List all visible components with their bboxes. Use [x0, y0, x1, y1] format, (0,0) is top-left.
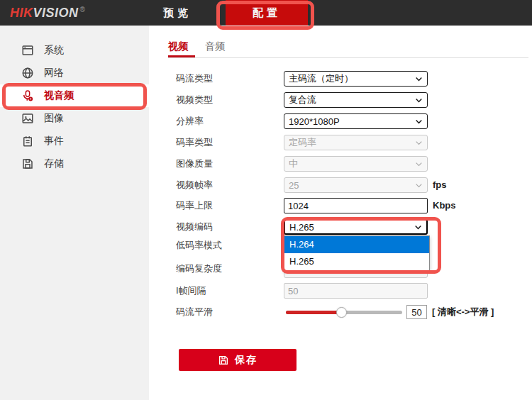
hikvision-logo: HIKVISION® [10, 0, 85, 26]
row-video-encoding: 视频编码 H.265 [149, 219, 532, 235]
stream-type-value: 主码流（定时） [289, 72, 353, 85]
sidebar-item-image[interactable]: 图像 [0, 107, 149, 130]
resolution-select[interactable]: 1920*1080P [284, 113, 428, 129]
logo-hik: HIK [10, 6, 33, 21]
network-globe-icon [21, 67, 34, 79]
dropdown-option-h265[interactable]: H.265 [284, 253, 429, 270]
frame-rate-select: 25 [284, 177, 428, 193]
row-resolution: 分辨率 1920*1080P [149, 113, 532, 129]
content-panel: 视频 音频 码流类型 主码流（定时） 视频类型 复合流 分辨率 1920*108… [149, 26, 532, 400]
i-frame-interval-input [284, 283, 428, 299]
chevron-down-icon [414, 160, 423, 169]
chevron-down-icon [414, 117, 423, 126]
row-video-type: 视频类型 复合流 [149, 92, 532, 108]
audio-video-mic-icon [21, 89, 34, 102]
sidebar-item-storage[interactable]: 存储 [0, 152, 149, 175]
registered-mark: ® [80, 6, 86, 13]
topbar: HIKVISION® 预览 配置 [0, 0, 532, 26]
stream-smoothing-value-input[interactable] [406, 305, 427, 319]
hikvision-web-config-screen: HIKVISION® 预览 配置 系统 网络 [0, 0, 532, 400]
sidebar-item-label: 网络 [44, 67, 64, 79]
tab-divider [168, 57, 528, 58]
max-bitrate-unit: Kbps [433, 198, 456, 213]
chevron-down-icon [414, 96, 423, 105]
resolution-label: 分辨率 [176, 113, 204, 129]
row-frame-rate: 视频帧率 25 fps [149, 177, 532, 193]
video-encoding-dropdown: H.264 H.265 [284, 235, 430, 271]
max-bitrate-label: 码率上限 [176, 198, 213, 213]
image-quality-value: 中 [289, 157, 298, 170]
save-button[interactable]: 保存 [179, 349, 297, 371]
bitrate-type-value: 定码率 [289, 136, 316, 149]
sidebar-item-network[interactable]: 网络 [0, 62, 149, 84]
video-encoding-value: H.265 [289, 222, 314, 233]
stream-type-select[interactable]: 主码流（定时） [284, 71, 428, 87]
resolution-value: 1920*1080P [289, 116, 340, 127]
bitrate-type-label: 码率类型 [176, 135, 213, 150]
sidebar-item-label: 图像 [44, 112, 64, 125]
tab-video[interactable]: 视频 [168, 39, 188, 53]
row-max-bitrate: 码率上限 Kbps [149, 198, 532, 213]
sidebar-item-label: 事件 [44, 135, 64, 148]
chevron-down-icon [414, 181, 423, 190]
row-bitrate-type: 码率类型 定码率 [149, 135, 532, 150]
stream-type-label: 码流类型 [176, 71, 213, 87]
sidebar-item-label: 系统 [44, 44, 64, 57]
video-encoding-select[interactable]: H.265 [284, 219, 428, 235]
low-bitrate-mode-label: 低码率模式 [176, 238, 222, 253]
row-image-quality: 图像质量 中 [149, 156, 532, 172]
sidebar-item-audio-video[interactable]: 视音频 [0, 84, 149, 107]
image-icon [21, 112, 34, 125]
sidebar-item-label: 存储 [44, 157, 64, 170]
sidebar-item-system[interactable]: 系统 [0, 39, 149, 62]
chevron-down-icon [414, 138, 423, 148]
event-notepad-icon [21, 135, 34, 148]
chevron-down-icon [414, 74, 423, 84]
stream-smoothing-slider[interactable] [286, 304, 402, 320]
video-encoding-label: 视频编码 [176, 219, 213, 235]
nav-tab-config[interactable]: 配置 [226, 0, 308, 26]
video-type-value: 复合流 [289, 94, 316, 106]
image-quality-select: 中 [284, 156, 428, 172]
tab-audio[interactable]: 音频 [205, 39, 225, 53]
bitrate-type-select: 定码率 [284, 135, 428, 150]
row-i-frame-interval: I帧间隔 [149, 283, 532, 299]
max-bitrate-input[interactable] [284, 198, 428, 213]
save-button-label: 保存 [235, 354, 257, 367]
image-quality-label: 图像质量 [176, 156, 213, 172]
encoding-complexity-label: 编码复杂度 [176, 261, 222, 277]
frame-rate-value: 25 [289, 180, 299, 191]
sidebar-item-label: 视音频 [44, 89, 74, 102]
frame-rate-label: 视频帧率 [176, 177, 213, 193]
frame-rate-unit: fps [433, 177, 447, 193]
sidebar-item-event[interactable]: 事件 [0, 130, 149, 152]
stream-smoothing-label: 码流平滑 [176, 304, 213, 320]
video-type-label: 视频类型 [176, 92, 213, 108]
sidebar: 系统 网络 视音频 [0, 26, 149, 400]
i-frame-interval-label: I帧间隔 [176, 283, 206, 299]
stream-smoothing-hint: [ 清晰<->平滑 ] [432, 304, 494, 320]
slider-fill [286, 311, 342, 314]
system-window-icon [21, 44, 34, 57]
storage-floppy-icon [21, 157, 34, 170]
video-type-select[interactable]: 复合流 [284, 92, 428, 108]
nav-tab-preview[interactable]: 预览 [155, 0, 200, 26]
slider-handle[interactable] [336, 307, 347, 318]
save-floppy-icon [218, 355, 229, 366]
row-stream-smoothing: 码流平滑 [ 清晰<->平滑 ] [149, 304, 532, 320]
dropdown-option-h264[interactable]: H.264 [284, 236, 429, 253]
row-stream-type: 码流类型 主码流（定时） [149, 71, 532, 87]
logo-vision: VISION [33, 6, 79, 21]
chevron-down-icon [414, 223, 423, 232]
